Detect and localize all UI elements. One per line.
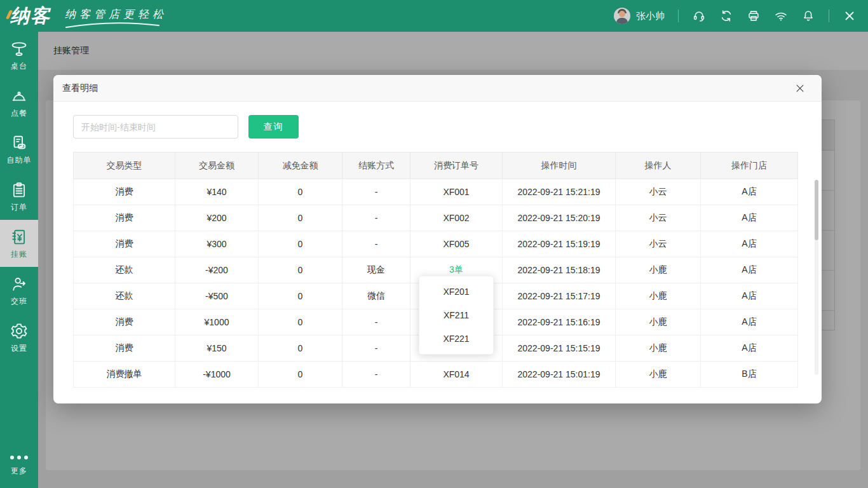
table-row: 消费撤单 -¥1000 0 - XF014 2022-09-21 15:01:1… <box>74 362 798 388</box>
cell-operator: 小云 <box>616 179 701 205</box>
order-list-popover: XF201 XF211 XF221 <box>419 276 494 355</box>
wifi-icon[interactable] <box>774 9 788 23</box>
cell-discount: 0 <box>259 257 342 283</box>
cell-method: - <box>342 336 410 362</box>
top-bar: 纳客 纳客管店更轻松 张小帅 <box>0 0 868 32</box>
sidebar-item-orders[interactable]: 订单 <box>0 173 38 220</box>
sidebar-item-label: 交班 <box>11 296 27 307</box>
cell-operator: 小云 <box>616 205 701 231</box>
cell-amount: ¥300 <box>175 231 259 257</box>
sidebar-nav: 桌台 点餐 自助单 订单 <box>0 32 38 488</box>
user-avatar[interactable] <box>614 8 630 24</box>
sidebar-item-self-orders[interactable]: 自助单 <box>0 126 38 173</box>
modal-header: 查看明细 <box>53 75 822 102</box>
printer-icon[interactable] <box>747 9 761 23</box>
topbar-divider <box>829 10 829 22</box>
table-header-row: 交易类型 交易金额 减免金额 结账方式 消费订单号 操作时间 操作人 操作门店 <box>74 152 798 179</box>
app-window: 挂账管理 纳客 纳客管店更轻松 张小帅 <box>0 0 868 488</box>
col-header: 交易金额 <box>175 152 259 179</box>
cell-store: A店 <box>701 309 798 336</box>
cell-order: XF001 <box>410 179 503 205</box>
brand-logo: 纳客 <box>10 1 51 30</box>
cell-time: 2022-09-21 15:17:19 <box>503 283 616 309</box>
cell-amount: -¥500 <box>175 283 259 309</box>
self-order-icon <box>10 133 29 152</box>
col-header: 消费订单号 <box>410 152 503 179</box>
cell-type: 消费撤单 <box>74 362 175 388</box>
cell-time: 2022-09-21 15:15:19 <box>503 336 616 362</box>
col-header: 结账方式 <box>342 152 410 179</box>
sidebar-item-label: 订单 <box>11 202 27 213</box>
cell-operator: 小鹿 <box>616 309 701 336</box>
sidebar-item-credit[interactable]: 挂账 <box>0 220 38 267</box>
sidebar-item-shift[interactable]: 交班 <box>0 267 38 314</box>
cell-discount: 0 <box>259 309 342 336</box>
cell-store: B店 <box>701 362 798 388</box>
col-header: 操作时间 <box>503 152 616 179</box>
cell-method: - <box>342 231 410 257</box>
cell-order: XF005 <box>410 231 503 257</box>
cell-type: 消费 <box>74 309 175 336</box>
cell-amount: ¥140 <box>175 179 259 205</box>
cell-operator: 小鹿 <box>616 283 701 309</box>
sidebar-item-label: 自助单 <box>7 155 32 166</box>
popover-order-item[interactable]: XF211 <box>419 304 493 327</box>
popover-order-item[interactable]: XF201 <box>419 280 493 304</box>
cell-operator: 小鹿 <box>616 336 701 362</box>
cell-store: A店 <box>701 179 798 205</box>
notifications-bell-icon[interactable] <box>801 9 815 23</box>
sidebar-item-more[interactable]: 更多 <box>0 445 38 483</box>
modal-close-icon[interactable] <box>794 82 806 95</box>
query-button[interactable]: 查询 <box>248 115 299 139</box>
cell-type: 消费 <box>74 179 175 205</box>
date-range-input[interactable] <box>73 115 238 139</box>
cell-time: 2022-09-21 15:20:19 <box>503 205 616 231</box>
customer-service-icon[interactable] <box>692 9 706 23</box>
sync-icon[interactable] <box>719 9 733 23</box>
view-detail-modal: 查看明细 查询 交易类型 交易金额 减免金额 结账方式 消费订单号 <box>53 75 822 403</box>
col-header: 操作门店 <box>701 152 798 179</box>
modal-title: 查看明细 <box>62 83 98 94</box>
cell-time: 2022-09-21 15:21:19 <box>503 179 616 205</box>
logo-text: 纳客 <box>10 1 51 30</box>
user-name: 张小帅 <box>636 10 665 22</box>
cell-store: A店 <box>701 283 798 309</box>
cell-discount: 0 <box>259 205 342 231</box>
cell-method: - <box>342 179 410 205</box>
topbar-divider <box>678 10 679 22</box>
cell-store: A店 <box>701 205 798 231</box>
gear-icon <box>10 322 29 341</box>
sidebar-item-label: 设置 <box>11 343 27 354</box>
col-header: 减免金额 <box>259 152 342 179</box>
cell-amount: -¥1000 <box>175 362 259 388</box>
table-row: 消费 ¥300 0 - XF005 2022-09-21 15:19:19 小云… <box>74 231 798 257</box>
cell-operator: 小云 <box>616 231 701 257</box>
cell-time: 2022-09-21 15:18:19 <box>503 257 616 283</box>
col-header: 交易类型 <box>74 152 175 179</box>
cell-time: 2022-09-21 15:01:19 <box>503 362 616 388</box>
cell-amount: ¥200 <box>175 205 259 231</box>
table-row: 消费 ¥140 0 - XF001 2022-09-21 15:21:19 小云… <box>74 179 798 205</box>
cell-type: 消费 <box>74 231 175 257</box>
popover-order-item[interactable]: XF221 <box>419 327 493 351</box>
col-header: 操作人 <box>616 152 701 179</box>
cell-amount: ¥1000 <box>175 309 259 336</box>
scrollbar-thumb[interactable] <box>815 180 818 240</box>
shift-change-icon <box>10 274 29 294</box>
cell-time: 2022-09-21 15:19:19 <box>503 231 616 257</box>
tagline-underline <box>65 22 160 29</box>
cell-order: XF002 <box>410 205 503 231</box>
cell-discount: 0 <box>259 231 342 257</box>
cell-order: XF014 <box>410 362 503 388</box>
sidebar-item-ordering[interactable]: 点餐 <box>0 79 38 126</box>
table-row: 消费 ¥200 0 - XF002 2022-09-21 15:20:19 小云… <box>74 205 798 231</box>
sidebar-item-tables[interactable]: 桌台 <box>0 32 38 79</box>
table-scrollbar[interactable] <box>815 180 818 375</box>
sidebar-item-settings[interactable]: 设置 <box>0 314 38 361</box>
cell-method: - <box>342 362 410 388</box>
app-close-icon[interactable] <box>843 9 857 23</box>
cell-store: A店 <box>701 336 798 362</box>
cell-amount: -¥200 <box>175 257 259 283</box>
cell-time: 2022-09-21 15:16:19 <box>503 309 616 336</box>
sidebar-item-label: 桌台 <box>11 61 27 72</box>
